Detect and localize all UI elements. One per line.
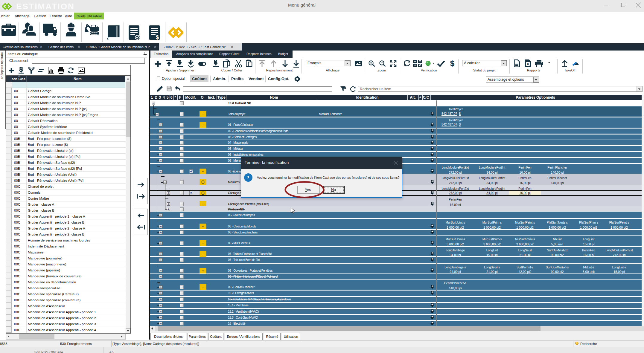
svg-text:$: $ <box>156 34 159 40</box>
svg-text:$: $ <box>450 59 455 68</box>
svg-text:X: X <box>527 62 529 66</box>
